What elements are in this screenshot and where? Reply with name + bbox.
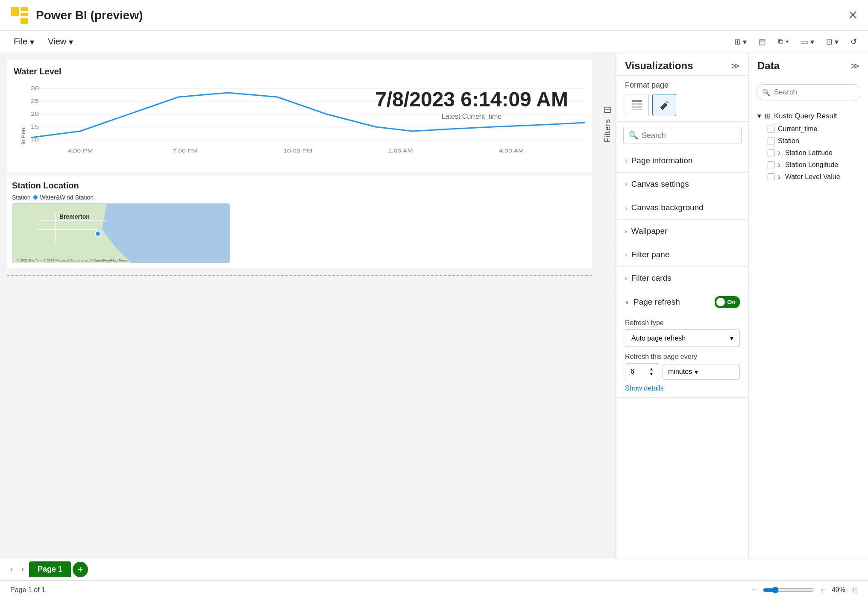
filters-sidebar[interactable]: ⊟ Filters [599,53,616,558]
svg-text:Bremerton: Bremerton [59,213,90,220]
legend-station-label: Station [12,194,31,201]
accordion-page-information: › Page information [616,149,748,173]
close-button[interactable]: ✕ [848,8,858,22]
svg-text:4:00 PM: 4:00 PM [68,148,93,153]
page-next-button[interactable]: › [18,563,27,576]
accordion-canvas-background-header[interactable]: › Canvas background [616,196,748,219]
field-name-station-longitude: Station Longitude [785,161,839,169]
svg-text:20: 20 [31,112,39,117]
data-search-input[interactable] [774,88,865,97]
data-field-water-level-value[interactable]: Σ Water Level Value [754,171,863,183]
page-tab-1[interactable]: Page 1 [29,561,71,577]
field-checkbox-station-latitude[interactable] [768,150,774,156]
toolbar-grid-icon[interactable]: ⊡ ▾ [822,35,843,49]
field-checkbox-station-longitude[interactable] [768,161,774,168]
field-checkbox-water-level[interactable] [768,173,774,180]
sigma-icon-latitude: Σ [778,150,782,156]
accordion-canvas-settings-header[interactable]: › Canvas settings [616,173,748,196]
svg-rect-31 [637,106,642,108]
zoom-plus[interactable]: + [821,586,825,594]
water-level-title: Water Level [14,67,585,76]
station-location-section: Station Location Station Water&Wind Stat… [7,176,592,268]
add-page-button[interactable]: + [73,562,88,577]
svg-text:10:00 PM: 10:00 PM [283,148,312,153]
zoom-level: 49% [832,586,845,594]
page-refresh-label: Page refresh [633,297,680,307]
filters-icon: ⊟ [604,104,611,115]
format-table-button[interactable] [625,94,649,116]
svg-rect-27 [632,100,642,102]
map-svg: Bremerton © 2023 TomTom; © 2023 Microsof… [12,204,230,263]
refresh-type-dropdown[interactable]: Auto page refresh ▾ [625,329,740,347]
field-name-station-latitude: Station Latitude [785,149,833,157]
refresh-number-input[interactable]: 6 ▲ ▼ [625,363,659,380]
svg-rect-30 [632,106,636,108]
table-name: Kusto Query Result [774,112,837,120]
stepper-up[interactable]: ▲ [649,367,654,371]
accordion-wallpaper-header[interactable]: › Wallpaper [616,220,748,243]
field-checkbox-current-time[interactable] [768,126,774,132]
app-title: Power BI (preview) [36,9,143,22]
refresh-unit-value: minutes [668,368,692,376]
viz-search-input[interactable] [642,131,741,140]
data-panel-header: Data ≫ [749,53,868,79]
water-level-section: Water Level In Feet 30 25 20 [7,60,592,172]
menu-file[interactable]: File ▾ [7,33,41,50]
toolbar-page-icon[interactable]: ▤ [754,35,770,49]
zoom-minus[interactable]: − [752,586,756,594]
page-refresh-chevron: ∨ [625,299,629,305]
accordion-page-refresh: ∨ Page refresh On Refresh type Auto page… [616,290,748,398]
format-page-icons [625,94,740,116]
refresh-every-label: Refresh this page every [625,353,740,361]
sigma-icon-longitude: Σ [778,161,782,168]
data-panel: Data ≫ 🔍 ▾ ⊞ Kusto Query Result Current_… [748,53,868,558]
data-search-box[interactable]: 🔍 [756,84,861,100]
toolbar-copy-icon[interactable]: ⧉ ▾ [774,35,793,49]
data-field-station[interactable]: Station [754,135,863,147]
accordion-filter-pane-header[interactable]: › Filter pane [616,243,748,266]
svg-point-25 [95,231,100,236]
format-table-icon [631,99,643,111]
data-panel-collapse[interactable]: ≫ [850,61,859,71]
refresh-unit-dropdown[interactable]: minutes ▾ [663,364,740,380]
toolbar-table-icon[interactable]: ⊞ ▾ [730,35,751,49]
accordion-filter-cards-header[interactable]: › Filter cards [616,267,748,290]
refresh-type-label: Refresh type [625,319,740,327]
refresh-type-value: Auto page refresh [631,335,686,342]
format-edit-icon [658,99,670,111]
svg-text:25: 25 [31,99,39,104]
accordion-filter-cards: › Filter cards [616,267,748,290]
visualizations-panel: Visualizations ≫ Format page [616,53,748,558]
fit-page-icon[interactable]: ⊡ [852,586,858,594]
svg-rect-0 [11,7,19,16]
page-prev-button[interactable]: ‹ [7,563,16,576]
page-refresh-header[interactable]: ∨ Page refresh On [616,290,748,314]
data-field-station-longitude[interactable]: Σ Station Longitude [754,159,863,171]
viz-panel-title: Visualizations [625,60,693,72]
viz-collapse-button[interactable]: ≫ [731,61,740,71]
format-edit-button[interactable] [652,94,676,116]
status-bar-right: − + 49% ⊡ [752,586,858,594]
svg-text:4:00 AM: 4:00 AM [499,148,524,153]
data-field-station-latitude[interactable]: Σ Station Latitude [754,147,863,159]
title-bar: Power BI (preview) ✕ [0,0,868,31]
viz-panel-header: Visualizations ≫ [616,53,748,76]
map-legend: Station Water&Wind Station [12,194,587,201]
toolbar-refresh-icon[interactable]: ↺ [846,35,861,49]
data-field-current-time[interactable]: Current_time [754,123,863,135]
chart-y-label: In Feet [20,126,26,145]
title-bar-left: Power BI (preview) [10,6,143,25]
data-table-kusto[interactable]: ▾ ⊞ Kusto Query Result [754,109,863,123]
data-search-icon: 🔍 [762,88,771,97]
menu-view[interactable]: View ▾ [41,33,80,50]
zoom-slider[interactable] [763,587,814,593]
show-details-link[interactable]: Show details [625,385,740,392]
viz-search-box[interactable]: 🔍 [623,127,742,144]
datetime-display: 7/8/2023 6:14:09 AM Latest Current_time [375,88,568,120]
page-refresh-toggle[interactable]: On [715,296,740,308]
field-checkbox-station[interactable] [768,138,774,144]
toolbar-share-icon[interactable]: ▭ ▾ [797,35,818,49]
page-refresh-content: Refresh type Auto page refresh ▾ Refresh… [616,314,748,397]
accordion-page-information-header[interactable]: › Page information [616,149,748,172]
stepper-down[interactable]: ▼ [649,372,654,376]
